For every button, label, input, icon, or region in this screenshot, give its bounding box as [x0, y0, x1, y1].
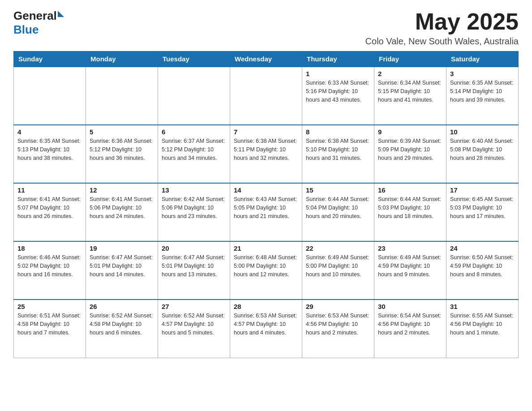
calendar-cell: 10Sunrise: 6:40 AM Sunset: 5:08 PM Dayli… — [446, 125, 519, 183]
day-number: 31 — [450, 303, 515, 310]
day-number: 21 — [234, 244, 298, 252]
logo: General Blue — [13, 9, 64, 37]
calendar-cell: 19Sunrise: 6:47 AM Sunset: 5:01 PM Dayli… — [86, 241, 158, 300]
day-number: 6 — [162, 128, 226, 136]
day-of-week-header: Thursday — [302, 51, 374, 67]
day-info: Sunrise: 6:55 AM Sunset: 4:56 PM Dayligh… — [450, 312, 515, 337]
calendar-cell: 29Sunrise: 6:53 AM Sunset: 4:56 PM Dayli… — [302, 300, 374, 358]
calendar-header: SundayMondayTuesdayWednesdayThursdayFrid… — [14, 51, 519, 67]
day-number: 9 — [378, 128, 442, 136]
day-info: Sunrise: 6:52 AM Sunset: 4:57 PM Dayligh… — [162, 312, 226, 337]
day-info: Sunrise: 6:53 AM Sunset: 4:57 PM Dayligh… — [234, 312, 298, 337]
day-info: Sunrise: 6:41 AM Sunset: 5:06 PM Dayligh… — [90, 195, 154, 220]
day-number: 2 — [378, 70, 442, 77]
calendar-cell: 2Sunrise: 6:34 AM Sunset: 5:15 PM Daylig… — [374, 67, 446, 125]
day-number: 3 — [450, 70, 515, 77]
day-info: Sunrise: 6:54 AM Sunset: 4:56 PM Dayligh… — [378, 312, 442, 337]
day-number: 28 — [234, 303, 298, 310]
day-info: Sunrise: 6:53 AM Sunset: 4:56 PM Dayligh… — [306, 312, 370, 337]
calendar-cell: 25Sunrise: 6:51 AM Sunset: 4:58 PM Dayli… — [14, 300, 86, 358]
day-number: 8 — [306, 128, 370, 136]
day-of-week-header: Friday — [374, 51, 446, 67]
calendar-cell: 22Sunrise: 6:49 AM Sunset: 5:00 PM Dayli… — [302, 241, 374, 300]
day-info: Sunrise: 6:49 AM Sunset: 4:59 PM Dayligh… — [378, 253, 442, 278]
calendar-cell: 1Sunrise: 6:33 AM Sunset: 5:16 PM Daylig… — [302, 67, 374, 125]
logo-blue-text: Blue — [13, 23, 64, 37]
day-of-week-header: Tuesday — [158, 51, 230, 67]
calendar-cell: 5Sunrise: 6:36 AM Sunset: 5:12 PM Daylig… — [86, 125, 158, 183]
day-number: 26 — [90, 303, 154, 310]
day-info: Sunrise: 6:49 AM Sunset: 5:00 PM Dayligh… — [306, 253, 370, 278]
calendar-cell: 21Sunrise: 6:48 AM Sunset: 5:00 PM Dayli… — [230, 241, 302, 300]
calendar-cell: 31Sunrise: 6:55 AM Sunset: 4:56 PM Dayli… — [446, 300, 519, 358]
calendar-week-row: 18Sunrise: 6:46 AM Sunset: 5:02 PM Dayli… — [14, 241, 519, 300]
day-number: 20 — [162, 244, 226, 252]
month-title: May 2025 — [365, 9, 519, 34]
day-info: Sunrise: 6:33 AM Sunset: 5:16 PM Dayligh… — [306, 79, 370, 104]
day-info: Sunrise: 6:38 AM Sunset: 5:10 PM Dayligh… — [306, 137, 370, 162]
day-info: Sunrise: 6:45 AM Sunset: 5:03 PM Dayligh… — [450, 195, 515, 220]
calendar-cell: 15Sunrise: 6:44 AM Sunset: 5:04 PM Dayli… — [302, 183, 374, 241]
calendar-cell — [14, 67, 86, 125]
calendar-cell: 7Sunrise: 6:38 AM Sunset: 5:11 PM Daylig… — [230, 125, 302, 183]
day-info: Sunrise: 6:44 AM Sunset: 5:04 PM Dayligh… — [306, 195, 370, 220]
day-number: 24 — [450, 244, 515, 252]
day-info: Sunrise: 6:34 AM Sunset: 5:15 PM Dayligh… — [378, 79, 442, 104]
day-info: Sunrise: 6:37 AM Sunset: 5:12 PM Dayligh… — [162, 137, 226, 162]
calendar-cell: 16Sunrise: 6:44 AM Sunset: 5:03 PM Dayli… — [374, 183, 446, 241]
day-of-week-header: Saturday — [446, 51, 519, 67]
day-number: 18 — [17, 244, 82, 252]
day-number: 19 — [90, 244, 154, 252]
day-info: Sunrise: 6:41 AM Sunset: 5:07 PM Dayligh… — [17, 195, 82, 220]
calendar-cell — [230, 67, 302, 125]
day-info: Sunrise: 6:52 AM Sunset: 4:58 PM Dayligh… — [90, 312, 154, 337]
calendar-week-row: 25Sunrise: 6:51 AM Sunset: 4:58 PM Dayli… — [14, 300, 519, 358]
calendar-cell: 4Sunrise: 6:35 AM Sunset: 5:13 PM Daylig… — [14, 125, 86, 183]
day-info: Sunrise: 6:43 AM Sunset: 5:05 PM Dayligh… — [234, 195, 298, 220]
calendar: SundayMondayTuesdayWednesdayThursdayFrid… — [13, 51, 519, 358]
day-number: 23 — [378, 244, 442, 252]
day-number: 17 — [450, 186, 515, 194]
calendar-cell: 17Sunrise: 6:45 AM Sunset: 5:03 PM Dayli… — [446, 183, 519, 241]
calendar-cell: 20Sunrise: 6:47 AM Sunset: 5:01 PM Dayli… — [158, 241, 230, 300]
calendar-cell: 26Sunrise: 6:52 AM Sunset: 4:58 PM Dayli… — [86, 300, 158, 358]
day-number: 7 — [234, 128, 298, 136]
day-info: Sunrise: 6:36 AM Sunset: 5:12 PM Dayligh… — [90, 137, 154, 162]
day-info: Sunrise: 6:39 AM Sunset: 5:09 PM Dayligh… — [378, 137, 442, 162]
day-info: Sunrise: 6:47 AM Sunset: 5:01 PM Dayligh… — [162, 253, 226, 278]
day-number: 25 — [17, 303, 82, 310]
day-number: 15 — [306, 186, 370, 194]
header-row: SundayMondayTuesdayWednesdayThursdayFrid… — [14, 51, 519, 67]
day-of-week-header: Wednesday — [230, 51, 302, 67]
calendar-cell: 3Sunrise: 6:35 AM Sunset: 5:14 PM Daylig… — [446, 67, 519, 125]
calendar-cell: 18Sunrise: 6:46 AM Sunset: 5:02 PM Dayli… — [14, 241, 86, 300]
calendar-cell: 8Sunrise: 6:38 AM Sunset: 5:10 PM Daylig… — [302, 125, 374, 183]
calendar-cell — [86, 67, 158, 125]
calendar-cell: 14Sunrise: 6:43 AM Sunset: 5:05 PM Dayli… — [230, 183, 302, 241]
day-info: Sunrise: 6:50 AM Sunset: 4:59 PM Dayligh… — [450, 253, 515, 278]
day-info: Sunrise: 6:42 AM Sunset: 5:06 PM Dayligh… — [162, 195, 226, 220]
day-number: 11 — [17, 186, 82, 194]
day-number: 14 — [234, 186, 298, 194]
logo-triangle-icon — [58, 11, 64, 17]
day-number: 1 — [306, 70, 370, 77]
calendar-cell: 27Sunrise: 6:52 AM Sunset: 4:57 PM Dayli… — [158, 300, 230, 358]
calendar-week-row: 1Sunrise: 6:33 AM Sunset: 5:16 PM Daylig… — [14, 67, 519, 125]
day-number: 12 — [90, 186, 154, 194]
calendar-cell: 30Sunrise: 6:54 AM Sunset: 4:56 PM Dayli… — [374, 300, 446, 358]
day-number: 16 — [378, 186, 442, 194]
day-info: Sunrise: 6:48 AM Sunset: 5:00 PM Dayligh… — [234, 253, 298, 278]
day-info: Sunrise: 6:40 AM Sunset: 5:08 PM Dayligh… — [450, 137, 515, 162]
day-number: 29 — [306, 303, 370, 310]
location-subtitle: Colo Vale, New South Wales, Australia — [365, 36, 519, 47]
calendar-week-row: 11Sunrise: 6:41 AM Sunset: 5:07 PM Dayli… — [14, 183, 519, 241]
calendar-body: 1Sunrise: 6:33 AM Sunset: 5:16 PM Daylig… — [14, 67, 519, 358]
day-of-week-header: Sunday — [14, 51, 86, 67]
calendar-week-row: 4Sunrise: 6:35 AM Sunset: 5:13 PM Daylig… — [14, 125, 519, 183]
day-info: Sunrise: 6:46 AM Sunset: 5:02 PM Dayligh… — [17, 253, 82, 278]
logo-general-text: General — [13, 9, 57, 23]
calendar-cell: 23Sunrise: 6:49 AM Sunset: 4:59 PM Dayli… — [374, 241, 446, 300]
day-number: 10 — [450, 128, 515, 136]
title-area: May 2025 Colo Vale, New South Wales, Aus… — [365, 9, 519, 47]
day-info: Sunrise: 6:35 AM Sunset: 5:13 PM Dayligh… — [17, 137, 82, 162]
